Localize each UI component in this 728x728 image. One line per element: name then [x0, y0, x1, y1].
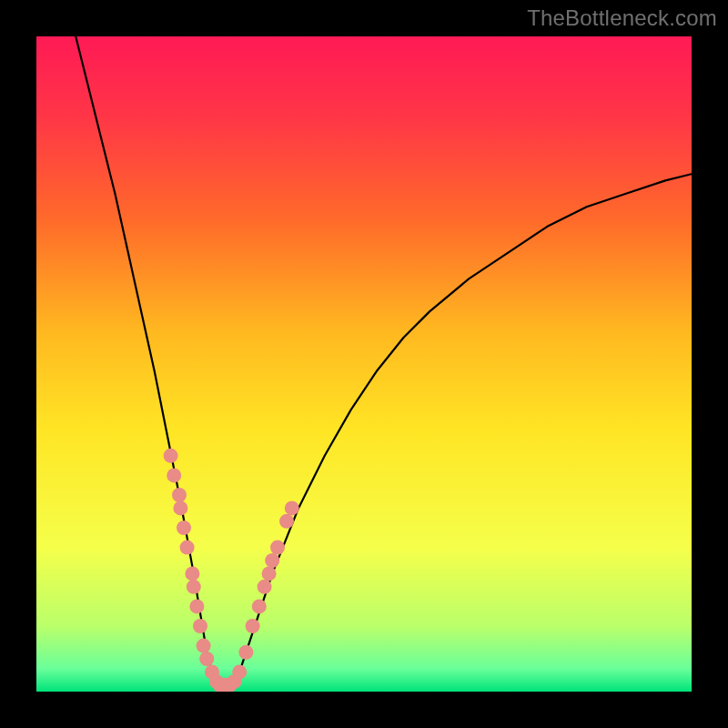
- data-marker: [172, 488, 187, 502]
- data-marker: [258, 580, 272, 594]
- data-marker: [189, 599, 204, 613]
- data-marker: [232, 664, 247, 679]
- bottleneck-curve: [76, 36, 692, 692]
- data-marker: [180, 541, 195, 555]
- data-marker: [279, 514, 294, 529]
- data-marker: [167, 468, 181, 482]
- data-marker: [185, 566, 199, 581]
- watermark-text: TheBottleneck.com: [527, 5, 717, 31]
- data-marker: [199, 652, 214, 666]
- data-marker: [197, 639, 211, 653]
- data-marker: [193, 619, 207, 633]
- chart-svg: [36, 36, 692, 692]
- data-marker: [246, 619, 260, 633]
- data-marker: [187, 580, 201, 594]
- data-marker: [265, 553, 279, 568]
- data-marker: [262, 566, 277, 581]
- data-marker: [173, 500, 187, 515]
- chart-frame: TheBottleneck.com: [0, 0, 728, 728]
- data-marker: [285, 500, 299, 515]
- data-marker: [252, 599, 267, 613]
- data-marker: [238, 645, 253, 660]
- plot-area: [36, 36, 692, 692]
- data-marker: [270, 541, 285, 555]
- data-marker: [164, 449, 178, 463]
- data-marker: [177, 521, 191, 535]
